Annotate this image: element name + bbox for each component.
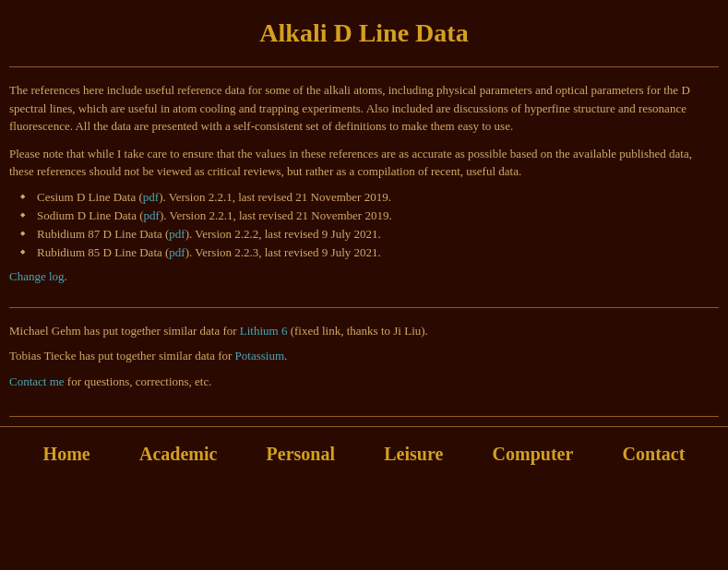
pdf-link-1[interactable]: pdf <box>144 208 160 222</box>
contact-line: Contact me for questions, corrections, e… <box>9 373 719 391</box>
pdf-link-0[interactable]: pdf <box>143 190 159 204</box>
similar-line2-suffix: . <box>284 349 287 362</box>
data-list-item-0: Cesium D Line Data (pdf). Version 2.2.1,… <box>37 190 719 205</box>
nav-item-home[interactable]: Home <box>43 444 90 465</box>
note-paragraph: Please note that while I take care to en… <box>9 145 719 181</box>
nav-item-computer[interactable]: Computer <box>493 444 574 465</box>
middle-divider <box>9 307 719 308</box>
contact-suffix: for questions, corrections, etc. <box>65 374 212 388</box>
similar-line1-suffix: (fixed link, thanks to Ji Liu). <box>287 324 427 338</box>
similar-line2-prefix: Tobias Tiecke has put together similar d… <box>9 349 235 362</box>
bottom-divider <box>9 416 719 417</box>
nav-item-contact[interactable]: Contact <box>623 444 686 465</box>
changelog-section: Change log. <box>9 269 719 284</box>
lithium-link[interactable]: Lithium 6 <box>240 324 288 338</box>
similar-line1-prefix: Michael Gehm has put together similar da… <box>9 324 240 338</box>
data-list: Cesium D Line Data (pdf). Version 2.2.1,… <box>37 190 719 260</box>
contact-link[interactable]: Contact me <box>9 374 65 388</box>
similar-data-line2: Tobias Tiecke has put together similar d… <box>9 347 719 365</box>
potassium-link[interactable]: Potassium <box>235 349 284 362</box>
nav-bar: HomeAcademicPersonalLeisureComputerConta… <box>0 426 728 481</box>
intro-paragraph-1: The references here include useful refer… <box>9 81 719 136</box>
pdf-link-2[interactable]: pdf <box>169 227 185 241</box>
nav-item-leisure[interactable]: Leisure <box>384 444 443 465</box>
page-title-section: Alkali D Line Data <box>0 0 728 57</box>
pdf-link-3[interactable]: pdf <box>169 245 185 259</box>
similar-data-line1: Michael Gehm has put together similar da… <box>9 322 719 340</box>
nav-item-academic[interactable]: Academic <box>139 444 217 465</box>
similar-data-section: Michael Gehm has put together similar da… <box>0 317 728 408</box>
main-content: The references here include useful refer… <box>0 77 728 298</box>
changelog-link[interactable]: Change log <box>9 269 65 283</box>
data-list-item-1: Sodium D Line Data (pdf). Version 2.2.1,… <box>37 208 719 223</box>
top-divider <box>9 66 719 67</box>
data-list-item-2: Rubidium 87 D Line Data (pdf). Version 2… <box>37 227 719 242</box>
data-list-item-3: Rubidium 85 D Line Data (pdf). Version 2… <box>37 245 719 260</box>
page-title: Alkali D Line Data <box>9 18 719 48</box>
nav-item-personal[interactable]: Personal <box>267 444 335 465</box>
changelog-suffix: . <box>65 269 67 283</box>
